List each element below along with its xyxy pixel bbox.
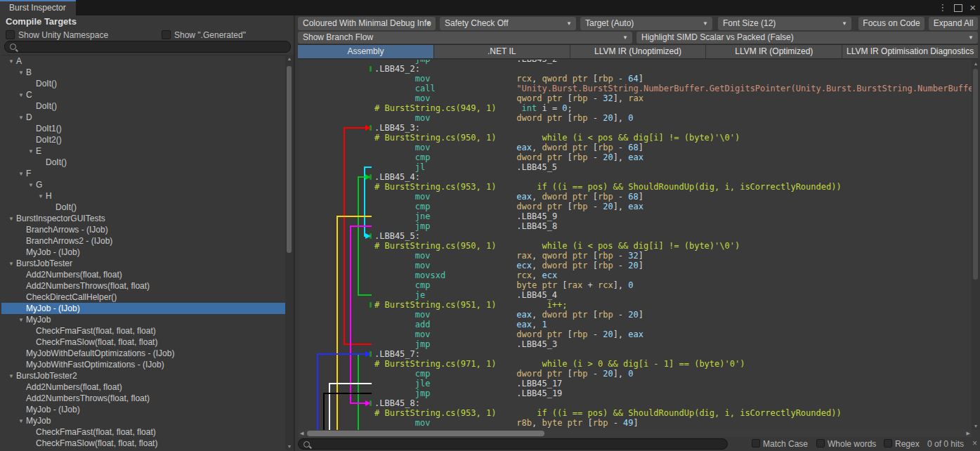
tab-llvm-ir-unoptimized-[interactable]: LLVM IR (Unoptimized)	[570, 45, 707, 58]
tree-item-label: MyJob - (IJob)	[26, 303, 80, 313]
branch-flow-dropdown[interactable]: Show Branch Flow▼	[298, 32, 632, 44]
code-vscrollbar[interactable]: ▲ ▼	[972, 60, 980, 430]
tree-item[interactable]: ▼B	[1, 67, 285, 78]
code-view-panel: Coloured With Minimal Debug Info▼ Safety…	[295, 0, 980, 451]
tree-item[interactable]: MyJobWithDefaultOptimizations - (IJob)	[1, 348, 285, 359]
code-search-field[interactable]	[298, 438, 728, 450]
target-dropdown[interactable]: Target (Auto)▼	[580, 17, 712, 30]
tree-scrollbar-thumb[interactable]	[287, 66, 292, 253]
tree-item[interactable]: CheckFmaFast(float, float, float)	[1, 325, 285, 336]
simd-highlight-dropdown[interactable]: Highlight SIMD Scalar vs Packed (False)▼	[636, 32, 978, 44]
tree-item[interactable]: DoIt2()	[1, 134, 285, 145]
debug-info-dropdown[interactable]: Coloured With Minimal Debug Info▼	[298, 17, 436, 30]
tree-item[interactable]: ▼BurstInspectorGUITests	[1, 213, 285, 224]
tree-item[interactable]: CheckFmaFast(float, float, float)	[1, 426, 285, 438]
tree-item-label: MyJob - (IJob)	[26, 247, 80, 257]
tree-item[interactable]: ▼D	[1, 112, 285, 123]
tree-item[interactable]: Add2Numbers(float, float)	[1, 269, 285, 280]
tab--net-il[interactable]: .NET IL	[434, 45, 570, 58]
expander-icon[interactable]: ▼	[28, 180, 36, 191]
tree-item[interactable]: ▼C	[1, 89, 285, 100]
tree-item[interactable]: DoIt()	[1, 100, 285, 112]
expander-icon[interactable]: ▼	[38, 191, 46, 202]
assembly-code-view[interactable]: jmp .LBB45_2.LBB45_2: mov rcx, qword ptr…	[299, 60, 972, 430]
tree-item[interactable]: ▼H	[1, 190, 285, 202]
code-hscrollbar-thumb[interactable]	[307, 431, 544, 436]
tree-item-label: BurstJobTester2	[16, 371, 77, 381]
expander-icon[interactable]: ▼	[8, 371, 16, 382]
tree-item[interactable]: ▼BurstJobTester2	[1, 370, 285, 381]
scroll-down-icon[interactable]: ▼	[285, 444, 294, 449]
show-generated-checkbox[interactable]	[162, 30, 171, 39]
expander-icon[interactable]: ▼	[18, 416, 26, 427]
targets-search-input[interactable]	[20, 41, 275, 53]
safety-check-dropdown[interactable]: Safety Check Off▼	[440, 17, 576, 30]
tree-item-label: CheckFmaFast(float, float, float)	[36, 326, 156, 336]
tree-item[interactable]: DoIt()	[1, 157, 285, 168]
tree-scrollbar[interactable]: ▲ ▼	[285, 55, 294, 450]
expander-icon[interactable]: ▼	[18, 112, 26, 124]
code-search-input[interactable]	[314, 438, 698, 450]
tree-item[interactable]: ▼MyJob	[1, 415, 285, 426]
tree-item[interactable]: ▼BurstJobTester	[1, 258, 285, 269]
expander-icon[interactable]: ▼	[8, 259, 16, 270]
tree-item[interactable]: ▼MyJob	[1, 314, 285, 325]
tab-llvm-ir-optimized-[interactable]: LLVM IR (Optimized)	[706, 45, 842, 58]
tree-item[interactable]: BranchArrows2 - (IJob)	[1, 235, 285, 247]
expander-icon[interactable]: ▼	[18, 90, 26, 101]
tree-item-label: MyJob	[26, 315, 51, 325]
tab-assembly[interactable]: Assembly	[298, 45, 434, 58]
expander-icon[interactable]: ▼	[18, 315, 26, 326]
match-case-checkbox[interactable]	[752, 439, 760, 447]
show-unity-namespace-checkbox[interactable]	[6, 30, 15, 39]
tree-item-label: DoIt()	[36, 79, 57, 89]
tree-item[interactable]: DoIt1()	[1, 123, 285, 134]
tree-item[interactable]: DoIt()	[1, 202, 285, 213]
tree-item[interactable]: ▼E	[1, 145, 285, 157]
show-unity-namespace-label: Show Unity Namespace	[18, 30, 108, 40]
branch-arrow-segment	[358, 353, 359, 430]
tree-item[interactable]: CheckDirectCallHelper()	[1, 292, 285, 303]
scroll-up-icon[interactable]: ▲	[972, 61, 980, 66]
tree-item[interactable]: BranchArrows - (IJob)	[1, 224, 285, 235]
tree-item[interactable]: CheckFmaSlow(float, float, float)	[1, 336, 285, 348]
targets-search-field[interactable]	[4, 41, 291, 53]
tree-item[interactable]: MyJob - (IJob)	[1, 404, 285, 415]
scroll-down-icon[interactable]: ▼	[972, 424, 980, 429]
tree-item[interactable]: DoIt()	[1, 78, 285, 89]
expander-icon[interactable]: ▼	[8, 56, 16, 67]
tree-item[interactable]: Add2NumbersThrows(float, float)	[1, 280, 285, 292]
font-size-dropdown[interactable]: Font Size (12)▼	[718, 17, 851, 30]
expand-all-button[interactable]: Expand All	[929, 17, 978, 30]
tree-item-label: C	[26, 90, 32, 100]
close-search-icon[interactable]: ×	[972, 438, 977, 448]
code-vscrollbar-thumb[interactable]	[973, 69, 978, 280]
scroll-up-icon[interactable]: ▲	[285, 56, 294, 61]
tree-item[interactable]: MyJob - (IJob)	[1, 303, 285, 314]
branch-arrow-segment	[318, 353, 366, 355]
scroll-left-icon[interactable]: ◀	[300, 430, 303, 437]
tree-item[interactable]: Add2Numbers(float, float)	[1, 381, 285, 393]
regex-checkbox[interactable]	[884, 439, 892, 447]
expander-icon[interactable]: ▼	[28, 146, 36, 157]
expander-icon[interactable]: ▼	[8, 214, 16, 225]
tree-item-label: BranchArrows2 - (IJob)	[26, 236, 112, 246]
expander-icon[interactable]: ▼	[18, 169, 26, 180]
branch-arrow-segment	[344, 344, 372, 345]
tree-item[interactable]: MyJob - (IJob)	[1, 247, 285, 258]
scroll-right-icon[interactable]: ▶	[967, 430, 970, 437]
tree-item[interactable]: CheckFmaSlow(float, float, float)	[1, 438, 285, 449]
expander-icon[interactable]: ▼	[18, 67, 26, 79]
tree-item[interactable]: ▼A	[1, 55, 285, 67]
focus-on-code-button[interactable]: Focus on Code	[858, 17, 925, 30]
code-hscrollbar[interactable]: ◀ ▶	[299, 430, 972, 437]
window-tab[interactable]: Burst Inspector	[0, 0, 76, 15]
tab-llvm-ir-optimisation-diagnostics[interactable]: LLVM IR Optimisation Diagnostics	[842, 45, 978, 58]
tree-item[interactable]: Add2NumbersThrows(float, float)	[1, 393, 285, 404]
tree-item-label: MyJob	[26, 416, 51, 426]
tree-item[interactable]: ▼G	[1, 179, 285, 190]
tree-item-label: DoIt2()	[36, 135, 62, 145]
tree-item[interactable]: ▼F	[1, 168, 285, 179]
tree-item[interactable]: MyJobWithFastOptimizations - (IJob)	[1, 359, 285, 370]
whole-words-checkbox[interactable]	[816, 439, 825, 447]
